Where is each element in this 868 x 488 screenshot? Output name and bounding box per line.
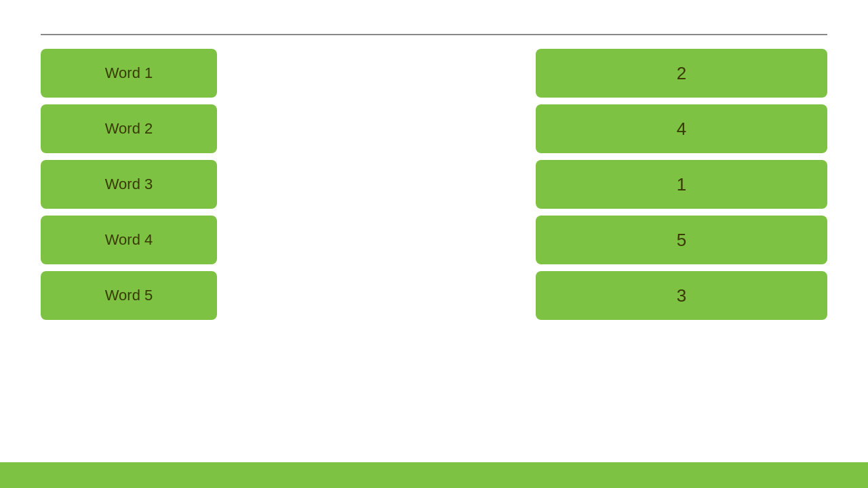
right-column: 24153: [536, 49, 827, 320]
def-box-5[interactable]: 3: [536, 271, 827, 320]
left-column: Word 1Word 2Word 3Word 4Word 5: [41, 49, 217, 320]
word-box-1[interactable]: Word 1: [41, 49, 217, 98]
main-area: Word 1Word 2Word 3Word 4Word 5 24153: [0, 49, 868, 320]
def-box-4[interactable]: 5: [536, 216, 827, 264]
def-box-2[interactable]: 4: [536, 104, 827, 153]
word-box-3[interactable]: Word 3: [41, 160, 217, 209]
def-box-3[interactable]: 1: [536, 160, 827, 209]
bottom-bar: [0, 462, 868, 488]
page-title: [0, 0, 868, 34]
word-box-4[interactable]: Word 4: [41, 216, 217, 264]
word-box-2[interactable]: Word 2: [41, 104, 217, 153]
def-box-1[interactable]: 2: [536, 49, 827, 98]
title-divider: [41, 34, 827, 35]
word-box-5[interactable]: Word 5: [41, 271, 217, 320]
